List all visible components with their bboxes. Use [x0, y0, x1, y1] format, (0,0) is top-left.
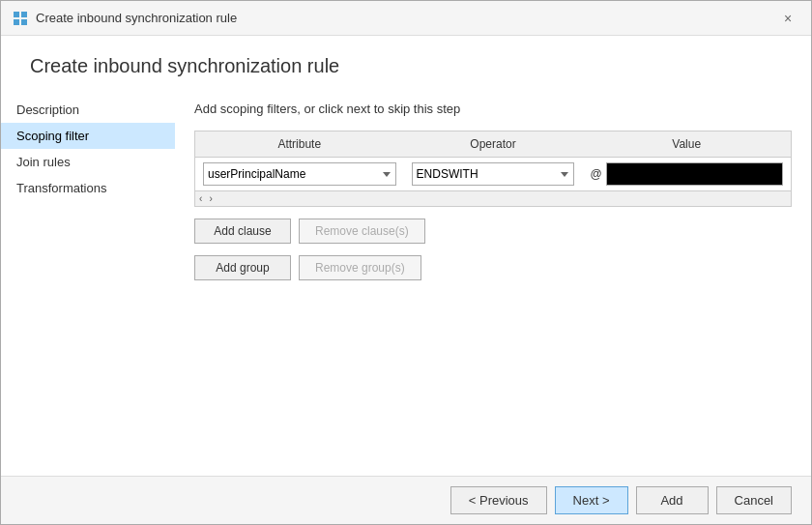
scroll-left-icon[interactable]: ‹ [199, 193, 202, 204]
svg-rect-1 [21, 12, 27, 17]
group-buttons: Add group Remove group(s) [194, 255, 792, 280]
col-header-value: Value [582, 131, 791, 158]
main-layout: Description Scoping filter Join rules Tr… [1, 87, 811, 476]
scroll-right-icon[interactable]: › [210, 193, 213, 204]
filter-table: Attribute Operator Value userPrincipalNa… [195, 131, 791, 190]
main-content: Add scoping filters, or click next to sk… [175, 87, 811, 476]
previous-button[interactable]: < Previous [450, 486, 547, 514]
title-bar: Create inbound synchronization rule × [1, 1, 811, 36]
value-input[interactable] [606, 162, 783, 186]
sidebar-item-scoping-filter[interactable]: Scoping filter [1, 123, 175, 149]
footer: < Previous Next > Add Cancel [1, 476, 811, 524]
page-header: Create inbound synchronization rule [1, 36, 811, 87]
filter-table-container: Attribute Operator Value userPrincipalNa… [194, 131, 792, 207]
sidebar-item-transformations[interactable]: Transformations [1, 175, 175, 201]
page-title: Create inbound synchronization rule [30, 55, 782, 77]
svg-rect-0 [14, 12, 19, 17]
svg-rect-3 [21, 19, 27, 25]
next-button[interactable]: Next > [555, 486, 628, 514]
main-window: Create inbound synchronization rule × Cr… [0, 0, 812, 525]
value-prefix: @ [590, 167, 601, 181]
operator-select[interactable]: ENDSWITH [412, 162, 575, 186]
title-bar-left: Create inbound synchronization rule [13, 11, 237, 26]
add-button[interactable]: Add [636, 486, 709, 514]
remove-group-button[interactable]: Remove group(s) [299, 255, 421, 280]
clause-buttons: Add clause Remove clause(s) [194, 219, 792, 244]
close-button[interactable]: × [776, 7, 799, 30]
step-description: Add scoping filters, or click next to sk… [194, 102, 792, 116]
operator-cell: ENDSWITH [404, 158, 583, 191]
sidebar: Description Scoping filter Join rules Tr… [1, 87, 175, 476]
attribute-cell: userPrincipalName [195, 158, 404, 191]
col-header-attribute: Attribute [195, 131, 404, 158]
scroll-row: ‹ › [195, 190, 791, 206]
sidebar-item-description[interactable]: Description [1, 97, 175, 123]
remove-clause-button[interactable]: Remove clause(s) [299, 219, 425, 244]
value-cell: @ [582, 158, 791, 191]
full-layout: Create inbound synchronization rule Desc… [1, 36, 811, 524]
table-row: userPrincipalName ENDSWITH [195, 158, 791, 191]
add-group-button[interactable]: Add group [194, 255, 291, 280]
svg-rect-2 [14, 19, 19, 25]
col-header-operator: Operator [404, 131, 583, 158]
title-bar-text: Create inbound synchronization rule [36, 11, 237, 25]
add-clause-button[interactable]: Add clause [194, 219, 291, 244]
attribute-select[interactable]: userPrincipalName [203, 162, 396, 186]
sidebar-item-join-rules[interactable]: Join rules [1, 149, 175, 175]
cancel-button[interactable]: Cancel [716, 486, 792, 514]
window-icon [13, 11, 28, 26]
value-cell-inner: @ [590, 162, 783, 186]
